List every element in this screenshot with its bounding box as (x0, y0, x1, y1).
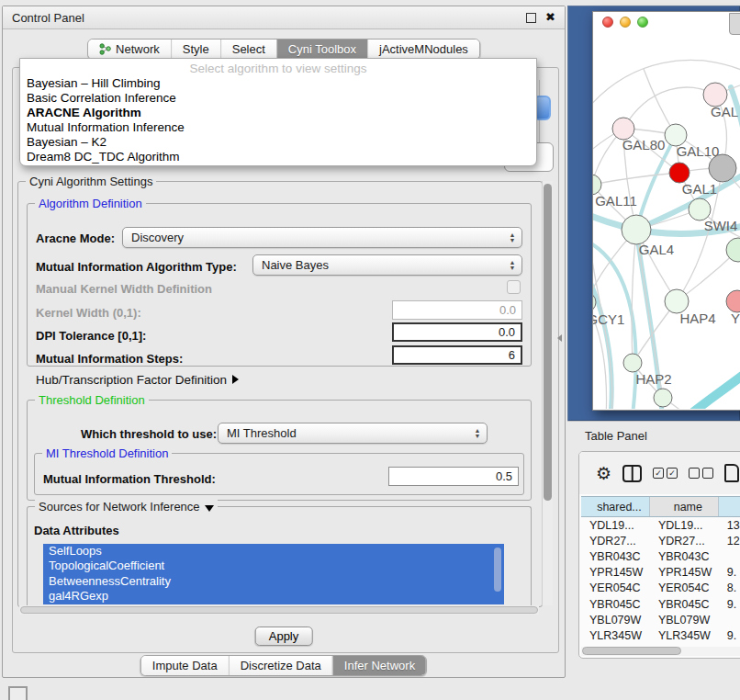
table-cell[interactable]: YDR27... (650, 535, 719, 548)
table-cell[interactable]: 9 (719, 645, 740, 646)
algorithm-option[interactable]: ARACNE Algorithm (20, 106, 536, 120)
table-cell[interactable]: 12 (719, 535, 740, 548)
table-row[interactable]: YDL19...YDL19...13 (581, 517, 740, 533)
tab-jactivemnodules[interactable]: jActiveMNodules (367, 40, 479, 59)
network-node[interactable] (726, 290, 740, 312)
algorithm-option[interactable]: Basic Correlation Inference (20, 91, 536, 106)
table-cell[interactable]: YLR345W (650, 629, 719, 642)
tab-select[interactable]: Select (220, 40, 276, 59)
column-header[interactable]: name (650, 497, 719, 516)
table-cell[interactable]: YBL079W (650, 614, 719, 627)
table-cell[interactable]: YDL19... (581, 519, 650, 532)
table-cell[interactable]: YBR045C (581, 598, 650, 611)
algorithm-option[interactable]: Mutual Information Inference (20, 120, 536, 135)
list-scrollbar-thumb[interactable] (494, 548, 501, 592)
network-node[interactable] (654, 389, 672, 407)
algorithm-option[interactable]: Bayesian – K2 (20, 135, 536, 150)
table-row[interactable]: YBR045CYBR045C9. (581, 596, 740, 612)
new-table-icon[interactable] (724, 464, 739, 482)
zoom-window-icon[interactable] (637, 17, 648, 28)
float-panel-icon[interactable] (526, 13, 536, 23)
column-header[interactable]: shared... (581, 497, 650, 516)
attribute-item-selected[interactable]: BetweennessCentrality (43, 574, 504, 589)
tab-impute-data[interactable]: Impute Data (141, 656, 229, 675)
hub-definition-toggle[interactable]: Hub/Transcription Factor Definition (36, 373, 239, 387)
select-all-columns-icon[interactable]: ✓✓ (653, 468, 678, 479)
tab-discretize-data[interactable]: Discretize Data (229, 656, 332, 675)
table-row[interactable]: YDR27...YDR27...12 (581, 533, 740, 548)
table-row[interactable]: YER054CYER054C8. (581, 581, 740, 596)
table-cell[interactable]: 8. (719, 581, 740, 594)
apply-button[interactable]: Apply (255, 627, 313, 646)
network-edge-highlighted[interactable] (680, 365, 740, 409)
node-table[interactable]: shared...nameYDL19...YDL19...13YDR27...Y… (581, 496, 740, 646)
attribute-item-selected[interactable]: SelfLoops (43, 544, 504, 559)
tab-network[interactable]: Network (88, 40, 171, 59)
network-node[interactable] (726, 238, 740, 262)
table-cell[interactable]: 9. (719, 598, 740, 611)
splitpane-grip-icon[interactable] (557, 334, 562, 342)
table-horizontal-scrollbar[interactable] (581, 647, 740, 656)
settings-horizontal-scrollbar[interactable] (19, 605, 539, 615)
table-cell[interactable]: 9. (719, 566, 740, 579)
table-cell[interactable]: YPR145W (581, 566, 650, 579)
close-window-icon[interactable] (602, 17, 613, 28)
table-cell[interactable]: YPR145W (650, 566, 719, 579)
table-cell[interactable]: YDR27... (581, 535, 650, 548)
table-cell[interactable]: YER054C (581, 581, 650, 594)
table-cell[interactable]: 13 (719, 519, 740, 532)
network-edge[interactable] (623, 87, 715, 129)
collapsed-panel-icon[interactable] (8, 686, 28, 700)
table-cell[interactable]: 9. (719, 629, 740, 642)
gear-icon[interactable]: ⚙ (596, 463, 611, 484)
close-panel-icon[interactable]: ✖ (545, 13, 555, 22)
table-cell[interactable]: YBR045C (650, 598, 719, 611)
tab-infer-network[interactable]: Infer Network (332, 656, 426, 675)
expanded-arrow-icon[interactable] (205, 505, 214, 512)
aracne-mode-select[interactable]: Discovery ▲▼ (122, 227, 522, 248)
tab-style[interactable]: Style (171, 40, 220, 59)
network-node[interactable] (622, 215, 651, 244)
mi-type-select[interactable]: Naive Bayes ▲▼ (252, 254, 522, 276)
mi-threshold-field[interactable]: 0.5 (388, 467, 519, 486)
network-node[interactable] (623, 354, 642, 372)
table-hscroll-thumb[interactable] (582, 647, 681, 655)
network-node[interactable] (593, 175, 601, 195)
dpi-tolerance-field[interactable]: 0.0 (392, 322, 522, 342)
table-cell[interactable]: YDL19... (650, 519, 719, 532)
table-cell[interactable]: YBR043C (650, 550, 719, 563)
column-header[interactable] (719, 497, 740, 516)
settings-hscroll-thumb[interactable] (20, 606, 538, 614)
algorithm-option[interactable]: Dream8 DC_TDC Algorithm (20, 150, 536, 164)
attribute-item-selected[interactable]: TopologicalCoefficient (43, 559, 504, 573)
table-row[interactable]: YBL079WYBL079W (581, 612, 740, 627)
deselect-all-columns-icon[interactable] (689, 468, 713, 479)
network-view-window[interactable]: GALGAL80GAL10GAL1GAL11SWI4GAL4GCY1HAP4YH… (592, 11, 740, 411)
network-canvas[interactable]: GALGAL80GAL10GAL1GAL11SWI4GAL4GCY1HAP4YH… (593, 32, 740, 409)
table-row[interactable]: YBR043CYBR043C (581, 548, 740, 564)
table-cell[interactable]: YIL052C (650, 645, 719, 646)
table-cell[interactable]: YER054C (650, 581, 719, 594)
data-attributes-list[interactable]: SelfLoopsTopologicalCoefficientBetweenne… (43, 544, 504, 604)
attribute-item-selected[interactable]: gal4RGexp (43, 589, 504, 604)
network-node[interactable] (669, 163, 690, 183)
network-edge[interactable] (593, 173, 679, 185)
table-row[interactable]: YIL052CYIL052C9 (581, 644, 740, 647)
algorithm-option[interactable]: Bayesian – Hill Climbing (20, 76, 536, 91)
manual-kernel-checkbox[interactable] (507, 280, 521, 294)
table-row[interactable]: YLR345WYLR345W9. (581, 627, 740, 643)
table-cell[interactable]: YBR043C (581, 550, 650, 563)
mi-steps-field[interactable]: 6 (392, 345, 522, 365)
minimize-window-icon[interactable] (620, 17, 631, 28)
tab-cyni-toolbox[interactable]: Cyni Toolbox (276, 40, 367, 59)
network-edge-highlighted[interactable] (593, 264, 611, 409)
table-cell[interactable]: YIL052C (581, 645, 650, 646)
kernel-width-field[interactable]: 0.0 (392, 300, 522, 320)
columns-icon[interactable] (622, 465, 642, 482)
table-cell[interactable]: YBL079W (581, 614, 650, 627)
table-cell[interactable]: YLR345W (581, 629, 650, 642)
table-row[interactable]: YPR145WYPR145W9. (581, 565, 740, 581)
settings-vertical-scrollbar[interactable] (542, 181, 553, 605)
which-threshold-select[interactable]: MI Threshold ▲▼ (218, 423, 488, 444)
settings-vscroll-thumb[interactable] (544, 184, 552, 501)
